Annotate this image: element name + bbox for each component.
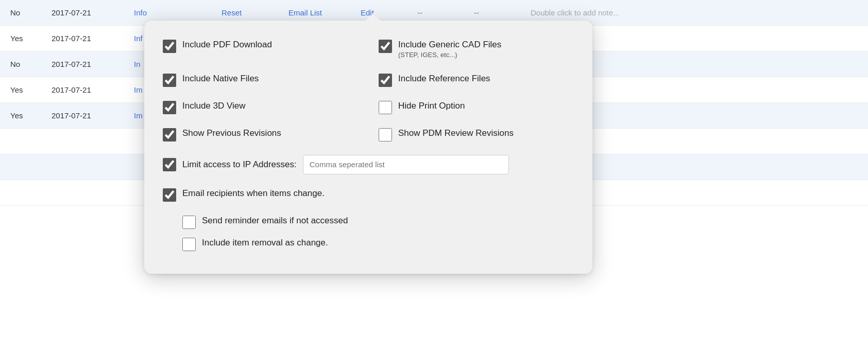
prev-revisions-label[interactable]: Show Previous Revisions — [182, 128, 281, 139]
cad-files-wrapper[interactable] — [379, 40, 392, 53]
indented-options: Send reminder emails if not accessed Inc… — [163, 211, 574, 255]
col-date: 2017-07-21 — [52, 34, 134, 43]
checkbox-prev-revisions: Show Previous Revisions — [163, 123, 358, 146]
pdf-download-checkbox[interactable] — [163, 40, 176, 53]
3d-view-checkbox[interactable] — [163, 101, 176, 114]
col-date: 2017-07-21 — [52, 60, 134, 68]
prev-revisions-wrapper[interactable] — [163, 128, 176, 141]
checkbox-reference-files: Include Reference Files — [379, 69, 574, 91]
pdm-revisions-wrapper[interactable] — [379, 128, 392, 141]
col-no: Yes — [10, 85, 52, 94]
ip-addresses-checkbox[interactable] — [163, 158, 176, 171]
ip-addresses-row: Limit access to IP Addresses: — [163, 151, 574, 179]
col-emaillist[interactable]: Email List — [288, 8, 361, 17]
removal-label[interactable]: Include item removal as change. — [202, 237, 328, 249]
reference-files-wrapper[interactable] — [379, 74, 392, 87]
hide-print-checkbox[interactable] — [379, 101, 392, 114]
cad-files-checkbox[interactable] — [379, 40, 392, 53]
col-dash1: -- — [417, 8, 474, 17]
hide-print-label[interactable]: Hide Print Option — [398, 100, 465, 112]
col-date: 2017-07-21 — [52, 85, 134, 94]
col-no: No — [10, 60, 52, 68]
pdf-download-label[interactable]: Include PDF Download — [182, 39, 272, 50]
reference-files-checkbox[interactable] — [379, 74, 392, 87]
native-files-wrapper[interactable] — [163, 74, 176, 87]
removal-checkbox[interactable] — [182, 238, 196, 251]
reference-files-label[interactable]: Include Reference Files — [398, 73, 490, 84]
checkbox-removal: Include item removal as change. — [182, 233, 574, 255]
col-note: Double click to add note... — [531, 8, 858, 17]
checkbox-native-files: Include Native Files — [163, 69, 358, 91]
3d-view-label[interactable]: Include 3D View — [182, 100, 246, 112]
native-files-checkbox[interactable] — [163, 74, 176, 87]
reminder-label[interactable]: Send reminder emails if not accessed — [202, 215, 348, 226]
checkbox-cad-files: Include Generic CAD Files (STEP, IGES, e… — [379, 35, 574, 64]
popup-grid: Include PDF Download Include Generic CAD… — [163, 35, 574, 255]
ip-addresses-input[interactable] — [303, 155, 509, 174]
checkbox-pdm-revisions: Show PDM Review Revisions — [379, 123, 574, 146]
col-reset[interactable]: Reset — [222, 8, 288, 17]
checkbox-email-recipients: Email recipients when items change. — [163, 184, 574, 206]
ip-addresses-label[interactable]: Limit access to IP Addresses: — [182, 159, 297, 170]
email-recipients-wrapper[interactable] — [163, 188, 176, 202]
prev-revisions-checkbox[interactable] — [163, 128, 176, 141]
pdm-revisions-label[interactable]: Show PDM Review Revisions — [398, 128, 514, 139]
options-popup: Include PDF Download Include Generic CAD… — [144, 21, 592, 274]
col-info[interactable]: Info — [134, 8, 222, 17]
checkbox-hide-print: Hide Print Option — [379, 96, 574, 118]
checkbox-pdf-download: Include PDF Download — [163, 35, 358, 64]
checkbox-reminder: Send reminder emails if not accessed — [182, 211, 574, 233]
hide-print-wrapper[interactable] — [379, 101, 392, 114]
col-no: No — [10, 8, 52, 17]
cad-files-label[interactable]: Include Generic CAD Files (STEP, IGES, e… — [398, 39, 501, 60]
native-files-label[interactable]: Include Native Files — [182, 73, 259, 84]
3d-view-wrapper[interactable] — [163, 101, 176, 114]
col-dash2: -- — [474, 8, 531, 17]
col-date: 2017-07-21 — [52, 111, 134, 120]
col-date: 2017-07-21 — [52, 8, 134, 17]
col-no: Yes — [10, 34, 52, 43]
reminder-wrapper[interactable] — [182, 216, 196, 229]
pdm-revisions-checkbox[interactable] — [379, 128, 392, 141]
checkbox-3d-view: Include 3D View — [163, 96, 358, 118]
col-no: Yes — [10, 111, 52, 120]
email-recipients-label[interactable]: Email recipients when items change. — [182, 188, 325, 199]
email-recipients-checkbox[interactable] — [163, 188, 176, 202]
reminder-checkbox[interactable] — [182, 216, 196, 229]
ip-addresses-wrapper[interactable] — [163, 158, 176, 171]
pdf-download-wrapper[interactable] — [163, 40, 176, 53]
removal-wrapper[interactable] — [182, 238, 196, 251]
